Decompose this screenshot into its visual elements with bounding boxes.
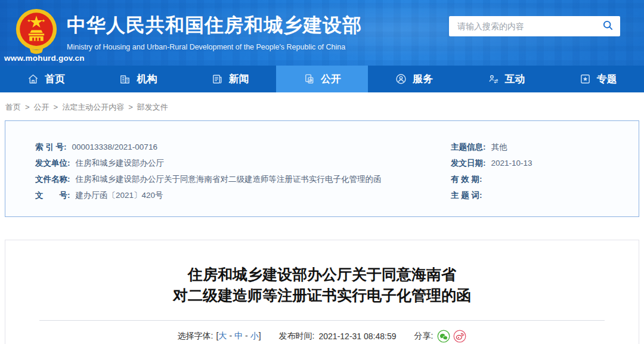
svg-text:★: ★	[27, 18, 30, 23]
info-label: 索 引 号:	[35, 139, 67, 155]
publish-time-label: 发布时间:	[279, 331, 315, 342]
national-emblem-icon: ★ ★	[13, 7, 60, 56]
home-icon	[27, 73, 39, 85]
font-size-medium[interactable]: 中	[234, 331, 243, 340]
nav-label: 新闻	[229, 72, 249, 86]
info-row: 有 效 期:	[451, 171, 639, 187]
search-box	[449, 16, 620, 36]
search-button[interactable]	[600, 20, 620, 33]
info-value: 其他	[491, 139, 507, 155]
breadcrumb-separator: >	[54, 103, 58, 111]
info-row: 发文单位:住房和城乡建设部办公厅	[35, 155, 451, 171]
nav-label: 机构	[137, 72, 157, 86]
site-titles: 中华人民共和国住房和城乡建设部 Ministry of Housing and …	[67, 13, 362, 51]
info-row: 索 引 号:000013338/2021-00716	[35, 139, 451, 155]
info-row: 文 号:建办厅函〔2021〕420号	[35, 187, 451, 203]
title-divider	[39, 320, 605, 321]
site-subtitle: Ministry of Housing and Urban-Rural Deve…	[67, 43, 362, 51]
publish-time-value: 2021-12-31 08:48:59	[319, 331, 397, 341]
info-row: 文件名称:住房和城乡建设部办公厅关于同意海南省对二级建造师等注册证书实行电子化管…	[35, 171, 451, 187]
article-title-line2: 对二级建造师等注册证书实行电子化管理的函	[173, 287, 471, 303]
article-title-line1: 住房和城乡建设部办公厅关于同意海南省	[188, 266, 456, 283]
documents-icon	[303, 73, 315, 85]
info-value: 住房和城乡建设部办公厅	[76, 155, 165, 171]
info-label: 文 号:	[35, 187, 70, 203]
building-icon	[119, 73, 131, 85]
info-label: 发文日期:	[451, 155, 486, 171]
document-info-box: 索 引 号:000013338/2021-00716发文单位:住房和城乡建设部办…	[5, 120, 639, 217]
article-title: 住房和城乡建设部办公厅关于同意海南省 对二级建造师等注册证书实行电子化管理的函	[5, 264, 639, 306]
info-label: 有 效 期:	[451, 171, 482, 187]
search-icon	[602, 20, 614, 33]
font-selector-separator: -	[245, 331, 248, 340]
breadcrumb-item[interactable]: 法定主动公开内容	[62, 103, 124, 111]
font-selector-separator: -	[229, 331, 232, 340]
font-selector-bracket: ]	[259, 331, 261, 340]
breadcrumb-separator: >	[128, 103, 133, 111]
article-box: 住房和城乡建设部办公厅关于同意海南省 对二级建造师等注册证书实行电子化管理的函 …	[5, 240, 639, 344]
wechat-icon[interactable]	[437, 330, 450, 343]
site-url: www.mohurd.gov.cn	[4, 54, 85, 63]
breadcrumb: 首页>公开>法定主动公开内容>部发文件	[0, 92, 644, 120]
share-label: 分享:	[414, 331, 434, 342]
nav-label: 公开	[321, 72, 341, 86]
document-info-right-column: 主题信息:其他发文日期:2021-10-13有 效 期:主 题 词:	[451, 139, 639, 203]
breadcrumb-separator: >	[25, 103, 30, 111]
font-size-selector: [大-中-小]	[216, 331, 261, 342]
info-value: 2021-10-13	[491, 155, 532, 171]
weibo-icon[interactable]	[453, 330, 466, 343]
info-value: 建办厅函〔2021〕420号	[76, 187, 163, 203]
breadcrumb-item[interactable]: 公开	[34, 103, 49, 111]
info-label: 主题信息:	[451, 139, 486, 155]
person-icon	[395, 73, 407, 85]
font-selector-label: 选择字体:	[178, 331, 213, 342]
national-emblem-logo: ★ ★	[13, 7, 60, 56]
article-toolbar: 选择字体: [大-中-小] 发布时间: 2021-12-31 08:48:59 …	[5, 330, 639, 343]
nav-item-topic[interactable]: 专题	[552, 66, 644, 92]
breadcrumb-item: 部发文件	[137, 103, 168, 111]
site-header: ★ ★ www.mohurd.gov.cn 中华人民共和国住房和城乡建设部 Mi…	[0, 0, 644, 66]
font-size-small[interactable]: 小	[250, 331, 259, 340]
info-row: 主题信息:其他	[451, 139, 639, 155]
info-label: 主 题 词:	[451, 187, 482, 203]
document-info-left-column: 索 引 号:000013338/2021-00716发文单位:住房和城乡建设部办…	[5, 139, 451, 203]
info-row: 主 题 词:	[451, 187, 639, 203]
info-row: 发文日期:2021-10-13	[451, 155, 639, 171]
main-nav: 首页机构新闻公开服务互动专题	[0, 66, 644, 92]
breadcrumb-item[interactable]: 首页	[5, 103, 21, 111]
info-value: 住房和城乡建设部办公厅关于同意海南省对二级建造师等注册证书实行电子化管理的函	[76, 171, 382, 187]
nav-item-service[interactable]: 服务	[368, 66, 460, 92]
nav-label: 服务	[413, 72, 433, 86]
site-title: 中华人民共和国住房和城乡建设部	[67, 13, 362, 39]
nav-item-news[interactable]: 新闻	[184, 66, 276, 92]
svg-text:★: ★	[42, 18, 45, 23]
nav-label: 互动	[505, 72, 525, 86]
info-label: 发文单位:	[35, 155, 70, 171]
nav-item-org[interactable]: 机构	[92, 66, 184, 92]
nav-item-home[interactable]: 首页	[0, 66, 92, 92]
exchange-icon	[487, 73, 500, 85]
font-size-large[interactable]: 大	[218, 331, 227, 340]
nav-label: 首页	[45, 72, 65, 86]
info-label: 文件名称:	[35, 171, 70, 187]
nav-label: 专题	[597, 72, 617, 86]
news-icon	[211, 73, 224, 85]
star-icon	[579, 73, 592, 85]
page: ★ ★ www.mohurd.gov.cn 中华人民共和国住房和城乡建设部 Mi…	[0, 0, 644, 344]
info-value: 000013338/2021-00716	[72, 139, 157, 155]
nav-item-interact[interactable]: 互动	[460, 66, 552, 92]
search-input[interactable]	[449, 21, 600, 31]
share-icons	[437, 330, 466, 343]
nav-item-open[interactable]: 公开	[276, 66, 368, 92]
